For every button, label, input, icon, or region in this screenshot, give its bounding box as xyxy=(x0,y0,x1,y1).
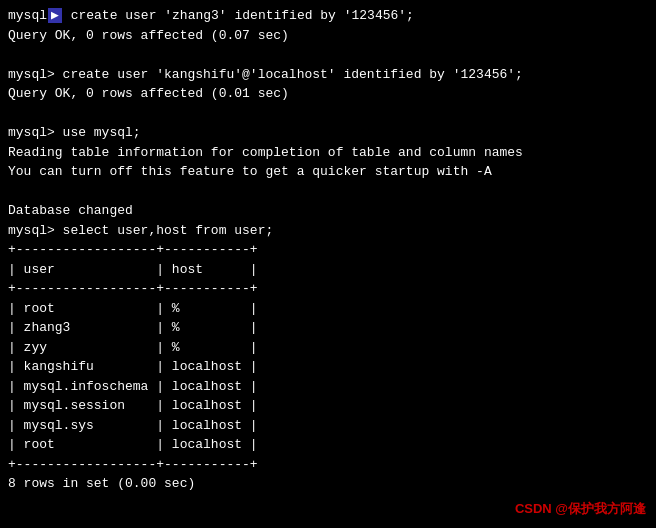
table-line-3: +------------------+-----------+ xyxy=(8,281,258,296)
table-line-2: | user | host | xyxy=(8,262,258,277)
table-row-7: | mysql.sys | localhost | xyxy=(8,416,648,436)
table-header: | user | host | xyxy=(8,260,648,280)
table-row-3: | zyy | % | xyxy=(8,338,648,358)
table-line-10: | mysql.sys | localhost | xyxy=(8,418,258,433)
table-line-1: +------------------+-----------+ xyxy=(8,242,258,257)
table-line-9: | mysql.session | localhost | xyxy=(8,398,258,413)
row-count-text: 8 rows in set (0.00 sec) xyxy=(8,476,195,491)
line-blank-2 xyxy=(8,104,648,124)
table-row-2: | zhang3 | % | xyxy=(8,318,648,338)
line-9: You can turn off this feature to get a q… xyxy=(8,162,648,182)
info-9: You can turn off this feature to get a q… xyxy=(8,164,492,179)
table-border-bottom: +------------------+-----------+ xyxy=(8,455,648,475)
prompt-7: mysql> xyxy=(8,125,63,140)
info-11: Database changed xyxy=(8,203,133,218)
table-line-4: | root | % | xyxy=(8,301,258,316)
cmd-7: use mysql; xyxy=(63,125,141,140)
terminal: mysql▶ create user 'zhang3' identified b… xyxy=(0,0,656,528)
prompt-4: mysql> xyxy=(8,67,63,82)
cmd-12: select user,host from user; xyxy=(63,223,274,238)
table-line-8: | mysql.infoschema | localhost | xyxy=(8,379,258,394)
line-11: Database changed xyxy=(8,201,648,221)
table-line-12: +------------------+-----------+ xyxy=(8,457,258,472)
table-row-5: | mysql.infoschema | localhost | xyxy=(8,377,648,397)
table-line-7: | kangshifu | localhost | xyxy=(8,359,258,374)
table-row-1: | root | % | xyxy=(8,299,648,319)
table-row-8: | root | localhost | xyxy=(8,435,648,455)
table-line-11: | root | localhost | xyxy=(8,437,258,452)
table-line-5: | zhang3 | % | xyxy=(8,320,258,335)
line-blank-3 xyxy=(8,182,648,202)
line-12: mysql> select user,host from user; xyxy=(8,221,648,241)
result-5: Query OK, 0 rows affected (0.01 sec) xyxy=(8,86,289,101)
line-2: Query OK, 0 rows affected (0.07 sec) xyxy=(8,26,648,46)
table-line-6: | zyy | % | xyxy=(8,340,258,355)
table-border-top: +------------------+-----------+ xyxy=(8,240,648,260)
line-4: mysql> create user 'kangshifu'@'localhos… xyxy=(8,65,648,85)
line-8: Reading table information for completion… xyxy=(8,143,648,163)
row-count: 8 rows in set (0.00 sec) xyxy=(8,474,648,494)
highlight-box: ▶ xyxy=(48,8,62,23)
cmd-1-text: create user 'zhang3' identified by '1234… xyxy=(63,8,414,23)
cmd-4: create user 'kangshifu'@'localhost' iden… xyxy=(63,67,523,82)
watermark: CSDN @保护我方阿逢 xyxy=(515,500,646,518)
table-row-6: | mysql.session | localhost | xyxy=(8,396,648,416)
table-row-4: | kangshifu | localhost | xyxy=(8,357,648,377)
line-7: mysql> use mysql; xyxy=(8,123,648,143)
line-1: mysql▶ create user 'zhang3' identified b… xyxy=(8,6,648,26)
watermark-text: CSDN @保护我方阿逢 xyxy=(515,501,646,516)
prompt-12: mysql> xyxy=(8,223,63,238)
line-5: Query OK, 0 rows affected (0.01 sec) xyxy=(8,84,648,104)
line-blank-1 xyxy=(8,45,648,65)
prompt-mysql-label: mysql xyxy=(8,8,47,23)
result-2: Query OK, 0 rows affected (0.07 sec) xyxy=(8,28,289,43)
info-8: Reading table information for completion… xyxy=(8,145,523,160)
table-header-sep: +------------------+-----------+ xyxy=(8,279,648,299)
